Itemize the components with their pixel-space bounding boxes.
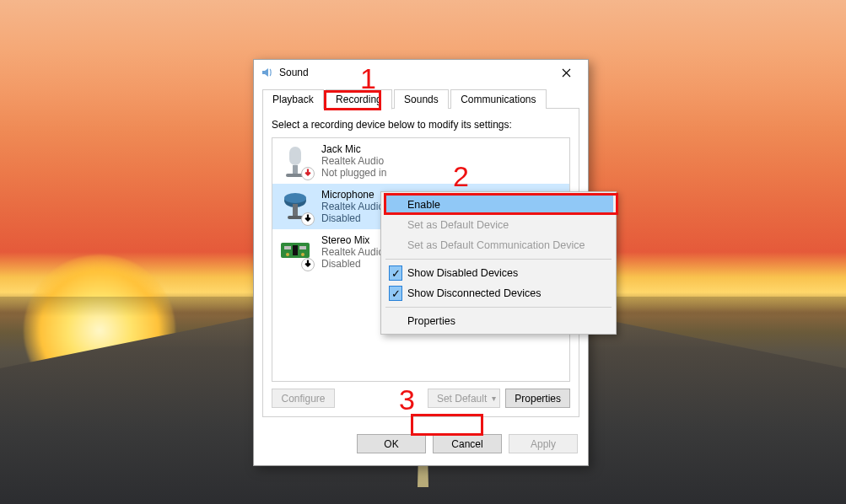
status-disabled-icon: [301, 212, 315, 226]
jack-mic-icon: [278, 143, 313, 179]
check-icon: ✓: [389, 265, 402, 281]
device-text: Stereo Mix Realtek Audio Disabled: [321, 234, 384, 270]
set-default-label: Set Default: [437, 393, 487, 405]
device-text: Jack Mic Realtek Audio Not plugged in: [321, 143, 386, 179]
cancel-button[interactable]: Cancel: [433, 434, 502, 453]
stereo-mix-icon: [278, 234, 313, 270]
device-context-menu: Enable Set as Default Device Set as Defa…: [380, 191, 617, 335]
properties-button[interactable]: Properties: [505, 389, 570, 408]
configure-button[interactable]: Configure: [272, 389, 335, 408]
dialog-button-row: OK Cancel Apply: [254, 426, 588, 465]
tab-communications[interactable]: Communications: [450, 89, 546, 109]
device-status: Disabled: [321, 212, 384, 224]
tab-playback[interactable]: Playback: [262, 89, 324, 109]
device-name: Microphone: [321, 189, 384, 201]
close-button[interactable]: [549, 61, 583, 84]
ctx-enable[interactable]: Enable: [384, 195, 613, 215]
svg-point-10: [286, 253, 289, 256]
svg-point-4: [284, 193, 306, 203]
ctx-show-disabled-devices[interactable]: ✓ Show Disabled Devices: [384, 263, 613, 283]
close-icon: [562, 68, 571, 78]
instruction-text: Select a recording device below to modif…: [272, 119, 570, 131]
device-status: Disabled: [321, 258, 384, 270]
device-driver: Realtek Audio: [321, 246, 384, 258]
tab-strip: Playback Recording Sounds Communications: [262, 88, 579, 109]
dialog-title: Sound: [279, 67, 549, 78]
device-driver: Realtek Audio: [321, 201, 384, 212]
sound-dialog-icon: [261, 66, 274, 79]
ctx-show-disconnected-devices[interactable]: ✓ Show Disconnected Devices: [384, 283, 613, 303]
svg-rect-1: [293, 165, 298, 174]
svg-point-11: [301, 253, 304, 256]
ctx-set-default-comm-device[interactable]: Set as Default Communication Device: [384, 235, 613, 255]
device-name: Jack Mic: [321, 143, 386, 155]
ctx-properties[interactable]: Properties: [384, 311, 613, 331]
check-icon: ✓: [389, 286, 402, 301]
device-driver: Realtek Audio: [321, 155, 386, 167]
device-button-row: Configure Set Default ▾ Properties: [272, 389, 570, 408]
ok-button[interactable]: OK: [357, 434, 426, 453]
ctx-separator: [385, 307, 612, 308]
device-name: Stereo Mix: [321, 234, 384, 246]
tab-recording[interactable]: Recording: [326, 89, 392, 110]
device-status: Not plugged in: [321, 167, 386, 179]
device-jack-mic[interactable]: Jack Mic Realtek Audio Not plugged in: [272, 138, 569, 184]
apply-button[interactable]: Apply: [509, 434, 578, 453]
microphone-icon: [278, 189, 313, 224]
ctx-set-default-device[interactable]: Set as Default Device: [384, 215, 613, 235]
svg-rect-12: [293, 245, 298, 255]
ctx-separator: [385, 259, 612, 260]
tab-sounds[interactable]: Sounds: [394, 89, 449, 109]
svg-rect-9: [299, 246, 306, 249]
svg-rect-5: [293, 204, 298, 216]
svg-rect-0: [289, 147, 301, 165]
status-unplugged-icon: [301, 167, 315, 180]
status-disabled-icon: [301, 258, 315, 271]
titlebar[interactable]: Sound: [254, 60, 588, 85]
svg-rect-8: [284, 246, 291, 249]
device-text: Microphone Realtek Audio Disabled: [321, 189, 384, 224]
chevron-down-icon: ▾: [492, 394, 496, 403]
set-default-button[interactable]: Set Default ▾: [428, 389, 500, 408]
